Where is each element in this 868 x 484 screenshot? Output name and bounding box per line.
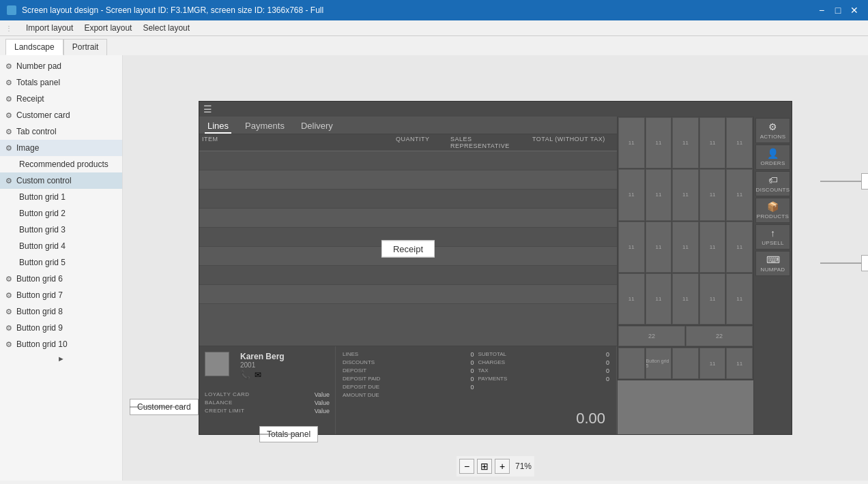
grid-cell[interactable]: 11 <box>726 169 753 220</box>
callout-tab-control-line <box>820 181 861 182</box>
title-bar-title: Screen layout design - Screen layout ID:… <box>22 5 323 15</box>
balance-row: BALANCE Value <box>205 399 330 407</box>
sidebar-item-button-grid-9[interactable]: ⚙ Button grid 9 <box>0 320 122 336</box>
zoom-out-button[interactable]: − <box>459 459 474 474</box>
grid-cell[interactable]: 11 <box>672 169 699 220</box>
pos-tab-payments[interactable]: Payments <box>242 119 287 134</box>
email-icon: ✉ <box>255 370 261 380</box>
sidebar-item-button-grid-1[interactable]: Button grid 1 <box>0 189 122 205</box>
products-label: PRODUCTS <box>757 213 789 220</box>
zoom-fit-button[interactable]: ⊞ <box>477 459 492 474</box>
customer-fields: LOYALTY CARD Value BALANCE Value CREDIT … <box>205 391 330 415</box>
tab-portrait[interactable]: Portrait <box>63 39 108 55</box>
sidebar-item-button-grid-4[interactable]: Button grid 4 <box>0 238 122 254</box>
orders-button[interactable]: 👤 ORDERS <box>755 145 790 170</box>
numpad-button[interactable]: ⌨ NUMPAD <box>755 251 790 276</box>
discounts-button[interactable]: 🏷 DISCOUNTS <box>755 171 790 196</box>
tax-row: TAX 0 <box>477 367 611 375</box>
sidebar-item-custom-control[interactable]: ⚙ Custom control <box>0 172 122 189</box>
sidebar-item-number-pad[interactable]: ⚙ Number pad <box>0 58 122 74</box>
grid-cell[interactable]: 11 <box>726 222 753 273</box>
sidebar-item-button-grid-3[interactable]: Button grid 3 <box>0 222 122 238</box>
export-layout-menu[interactable]: Export layout <box>84 23 132 33</box>
grid-cell[interactable]: 11 <box>646 273 672 324</box>
actions-button[interactable]: ⚙ ACTIONS <box>755 118 790 143</box>
sidebar-item-button-grid-6[interactable]: ⚙ Button grid 6 <box>0 271 122 287</box>
receipt-label: Receipt <box>381 240 435 257</box>
grid-cell[interactable]: 11 <box>726 117 753 168</box>
grid-cell[interactable]: 11 <box>646 117 672 168</box>
gear-icon: ⚙ <box>5 78 12 87</box>
deposit-row: DEPOSIT 0 <box>341 367 476 375</box>
upsell-button[interactable]: ↑ UPSELL <box>755 224 790 249</box>
pos-tab-delivery[interactable]: Delivery <box>298 119 336 134</box>
grid-cell[interactable]: 11 <box>699 222 726 273</box>
sidebar-item-receipt[interactable]: ⚙ Receipt <box>0 91 122 107</box>
sidebar-item-image[interactable]: ⚙ Image <box>0 140 122 156</box>
hamburger-icon[interactable]: ☰ <box>203 104 212 115</box>
sidebar-scroll-down[interactable]: ► <box>0 352 122 365</box>
grid-cell[interactable]: 11 <box>699 348 726 379</box>
import-layout-menu[interactable]: Import layout <box>26 23 73 33</box>
button-grid-upper: 11 11 11 11 11 11 11 11 11 11 11 11 11 1… <box>618 117 753 325</box>
upsell-label: UPSELL <box>762 240 783 246</box>
customer-avatar <box>205 352 229 376</box>
grid-cell[interactable]: 11 <box>672 222 699 273</box>
grid-cell[interactable]: 11 <box>726 273 753 324</box>
sidebar-item-label: Image <box>16 143 39 153</box>
sidebar-item-recommended-products[interactable]: Recommended products <box>0 156 122 172</box>
sidebar-item-tab-control[interactable]: ⚙ Tab control <box>0 123 122 140</box>
grid-cell[interactable] <box>618 348 645 379</box>
button-grid-large <box>618 380 753 434</box>
grid-cell-22[interactable]: 22 <box>686 326 753 346</box>
pos-tab-lines[interactable]: Lines <box>205 119 231 134</box>
sidebar-item-button-grid-8[interactable]: ⚙ Button grid 8 <box>0 303 122 320</box>
grid-cell[interactable]: 11 <box>646 222 672 273</box>
receipt-lines: Receipt <box>199 151 617 346</box>
credit-limit-value: Value <box>315 408 330 414</box>
grid-cell[interactable]: 11 <box>699 169 726 220</box>
phone-icon: 📞 <box>240 370 250 380</box>
select-layout-menu[interactable]: Select layout <box>143 23 190 33</box>
close-button[interactable]: ✕ <box>848 5 861 16</box>
gear-icon: ⚙ <box>5 111 12 120</box>
col-sales-rep: SALES REPRESENTATIVE <box>450 136 532 149</box>
grid-cell[interactable]: 11 <box>618 222 645 273</box>
sidebar-item-button-grid-10[interactable]: ⚙ Button grid 10 <box>0 336 122 352</box>
grid-cell[interactable]: 11 <box>699 273 726 324</box>
grid-cell[interactable]: 11 <box>618 273 645 324</box>
callout-button-grid-line <box>820 262 861 264</box>
sidebar-item-totals-panel[interactable]: ⚙ Totals panel <box>0 74 122 91</box>
maximize-button[interactable]: □ <box>831 5 845 16</box>
tab-landscape[interactable]: Landscape <box>5 39 63 55</box>
title-bar: Screen layout design - Screen layout ID:… <box>0 0 868 20</box>
sidebar-item-label: Tab control <box>16 127 57 136</box>
receipt-line <box>199 285 617 304</box>
grid-cell[interactable]: 11 <box>618 117 645 168</box>
zoom-in-button[interactable]: + <box>495 459 510 474</box>
deposit-due-row: DEPOSIT DUE 0 <box>341 383 476 391</box>
gear-icon: ⚙ <box>5 307 12 316</box>
grid-cell[interactable] <box>672 348 699 379</box>
grid-cell[interactable]: 11 <box>726 348 753 379</box>
sidebar-item-label: Recommended products <box>19 160 108 169</box>
grid-cell[interactable]: 11 <box>646 169 672 220</box>
products-button[interactable]: 📦 PRODUCTS <box>755 198 790 223</box>
grid-cell-22[interactable]: 22 <box>618 326 685 346</box>
grid-cell[interactable]: 11 <box>618 169 645 220</box>
grid-cell[interactable]: 11 <box>672 273 699 324</box>
minimize-button[interactable]: − <box>815 5 828 16</box>
grid-cell[interactable]: 11 <box>699 117 726 168</box>
grid-cell[interactable]: 11 <box>672 117 699 168</box>
sidebar-item-button-grid-7[interactable]: ⚙ Button grid 7 <box>0 287 122 303</box>
grid-cell-button-grid-5[interactable]: Button grid 5 <box>646 348 672 379</box>
subtotal-row: SUBTOTAL 0 <box>477 350 611 359</box>
sidebar-item-button-grid-5[interactable]: Button grid 5 <box>0 254 122 271</box>
gear-icon: ⚙ <box>5 144 12 153</box>
actions-label: ACTIONS <box>760 134 786 140</box>
sidebar-item-customer-card[interactable]: ⚙ Customer card <box>0 107 122 123</box>
customer-contact-icons: 📞 ✉ <box>240 370 285 380</box>
pos-receipt-panel: Lines Payments Delivery ITEM QUANTITY SA… <box>199 117 618 434</box>
sidebar-item-button-grid-2[interactable]: Button grid 2 <box>0 205 122 222</box>
customer-info: Karen Berg 2001 📞 ✉ L <box>199 346 336 434</box>
